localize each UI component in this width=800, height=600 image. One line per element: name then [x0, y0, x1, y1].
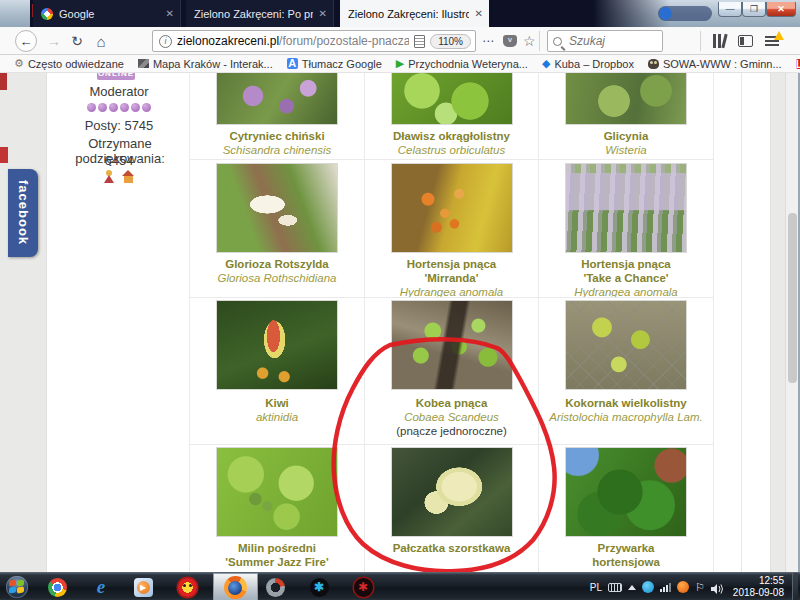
- close-window-button[interactable]: ✕: [766, 2, 796, 17]
- maximize-button[interactable]: ❐: [742, 2, 766, 17]
- chrome-taskbar-icon[interactable]: [44, 576, 70, 598]
- plant-name-link[interactable]: Kiwi: [190, 396, 364, 410]
- owl-icon: [648, 59, 659, 69]
- plant-photo[interactable]: [565, 163, 687, 253]
- tab-zielono-2-active[interactable]: Zielono Zakręceni: Ilustrowany spis ✕: [340, 0, 489, 27]
- zoom-level-indicator[interactable]: 110%: [430, 34, 471, 49]
- plant-name-link[interactable]: Hortensja pnąca: [539, 257, 713, 271]
- plant-photo[interactable]: [565, 300, 687, 390]
- start-button[interactable]: [4, 576, 30, 598]
- site-info-icon[interactable]: i: [159, 35, 172, 48]
- author-thanks-value: 6454: [51, 153, 187, 168]
- minimize-button[interactable]: —: [718, 2, 742, 17]
- plant-photo[interactable]: [391, 447, 513, 537]
- bookmark-tlumacz-google[interactable]: ATłumacz Google: [287, 58, 382, 70]
- back-button[interactable]: ←: [12, 27, 40, 55]
- plant-name-link[interactable]: 'Summer Jazz Fire': [190, 555, 364, 569]
- forward-button[interactable]: →: [43, 27, 65, 55]
- tab-close-icon[interactable]: ✕: [166, 8, 174, 19]
- plant-photo[interactable]: [391, 73, 513, 125]
- plant-name-link[interactable]: Hortensja pnąca: [365, 257, 538, 271]
- page-actions-icon[interactable]: ⋯: [482, 27, 495, 55]
- bookmark-lekinfo[interactable]: LEKPielęgniarki - LekInfo2...: [796, 58, 800, 70]
- plant-photo[interactable]: [565, 73, 687, 125]
- plant-photo[interactable]: [565, 447, 687, 537]
- internet-explorer-taskbar-icon[interactable]: e: [88, 576, 114, 598]
- tab-close-icon[interactable]: ✕: [475, 8, 483, 19]
- plant-name-link[interactable]: Dławisz okrągłolistny: [365, 129, 538, 143]
- tab-close-icon[interactable]: ✕: [319, 8, 327, 19]
- pocket-icon[interactable]: v: [503, 35, 517, 47]
- facebook-side-badge[interactable]: facebook: [8, 169, 38, 257]
- plant-photo[interactable]: [391, 163, 513, 253]
- sidebar-toggle-icon[interactable]: [738, 35, 753, 47]
- back-icon: ←: [15, 30, 37, 52]
- gg-messenger-taskbar-icon[interactable]: ✱: [306, 576, 332, 598]
- green-play-icon: ▶: [396, 58, 404, 69]
- clock[interactable]: 12:55 2018-09-08: [733, 575, 784, 599]
- plant-cell-hortensja-take-a-chance: Hortensja pnąca'Take a Chance'Hydrangea …: [539, 160, 714, 298]
- search-bar[interactable]: [547, 30, 663, 52]
- tab-zielono-1[interactable]: Zielono Zakręceni: Po przejściach w ✕: [186, 0, 334, 27]
- plant-note: (pnącze jednoroczne): [365, 424, 538, 438]
- bookmark-przychodnia[interactable]: ▶Przychodnia Weteryna...: [396, 58, 528, 70]
- plant-photo[interactable]: [391, 300, 513, 390]
- taskbar: e ▶ ✱ ✱ PL ⚐ 12:55 2018-09-08: [0, 572, 800, 600]
- avast-tray-icon[interactable]: [677, 581, 689, 593]
- reader-mode-icon[interactable]: [414, 35, 425, 48]
- bookmark-dropbox[interactable]: ◆Kuba – Dropbox: [542, 58, 634, 70]
- red-sun-app-taskbar-icon[interactable]: [174, 576, 200, 598]
- map-icon: [138, 59, 149, 68]
- plant-name-link[interactable]: 'Take a Chance': [539, 271, 713, 285]
- plant-name-link[interactable]: Przywarka: [539, 541, 713, 555]
- search-icon: [553, 37, 562, 46]
- facebook-label: facebook: [16, 180, 31, 245]
- volume-icon[interactable]: [711, 581, 724, 593]
- plant-name-link[interactable]: Pałczatka szorstkawa: [365, 541, 538, 555]
- system-tray: PL ⚐ 12:55 2018-09-08: [590, 573, 798, 600]
- home-button[interactable]: ⌂: [90, 27, 112, 55]
- bookmark-star-icon[interactable]: ☆: [523, 27, 536, 55]
- home-location-icon[interactable]: [122, 170, 135, 183]
- tab-google[interactable]: Google ✕: [33, 0, 181, 27]
- library-icon[interactable]: [712, 34, 728, 48]
- network-signal-icon[interactable]: [660, 582, 671, 592]
- online-status-badge: ONLINE: [97, 73, 135, 80]
- page-scrollbar[interactable]: [785, 73, 798, 572]
- plant-name-link[interactable]: Cytryniec chiński: [190, 129, 364, 143]
- plant-cell-kobea: Kobea pnącaCobaea Scandeus(pnącze jednor…: [365, 298, 539, 445]
- plant-photo[interactable]: [216, 300, 338, 390]
- plant-name-link[interactable]: Glorioza Rotszylda: [190, 257, 364, 271]
- gg-tray-icon[interactable]: [642, 581, 654, 593]
- bookmark-mapa-krakow[interactable]: Mapa Kraków - Interak...: [138, 58, 273, 70]
- pie-app-taskbar-icon[interactable]: [262, 576, 288, 598]
- url-bar[interactable]: i zielonozakreceni.pl /forum/pozostale-p…: [152, 30, 476, 52]
- plant-name-link[interactable]: hortensjowa: [539, 555, 713, 569]
- plant-name-link[interactable]: Kokornak wielkolistny: [539, 396, 713, 410]
- plant-photo[interactable]: [216, 73, 338, 125]
- plant-name-link[interactable]: Kobea pnąca: [365, 396, 538, 410]
- toolbar-separator: [700, 31, 701, 51]
- red-circle-app-taskbar-icon[interactable]: ✱: [350, 576, 376, 598]
- reload-button[interactable]: ↻: [66, 27, 88, 55]
- bookmark-sowa[interactable]: SOWA-WWW : Gminn...: [648, 58, 782, 70]
- keyboard-icon[interactable]: [608, 583, 622, 592]
- show-desktop-button[interactable]: [792, 573, 798, 600]
- media-player-taskbar-icon[interactable]: ▶: [130, 576, 156, 598]
- translate-icon: A: [287, 58, 298, 69]
- language-indicator[interactable]: PL: [590, 582, 602, 593]
- action-center-flag-icon[interactable]: ⚐: [695, 581, 705, 594]
- url-host: zielonozakreceni.pl: [177, 34, 279, 48]
- plant-cell-milin: Milin pośredni'Summer Jazz Fire': [190, 445, 365, 572]
- tab-title: Zielono Zakręceni: Ilustrowany spis: [348, 8, 469, 20]
- plant-photo[interactable]: [216, 447, 338, 537]
- scrollbar-thumb[interactable]: [788, 213, 797, 383]
- plant-name-link[interactable]: Glicynia: [539, 129, 713, 143]
- plant-name-link[interactable]: 'Mirranda': [365, 271, 538, 285]
- plant-photo[interactable]: [216, 163, 338, 253]
- show-hidden-icons[interactable]: [628, 585, 636, 590]
- firefox-taskbar-button-active[interactable]: [213, 573, 258, 600]
- search-input[interactable]: [567, 33, 657, 49]
- bookmark-often-visited[interactable]: ⚙Często odwiedzane: [14, 58, 124, 70]
- plant-name-link[interactable]: Milin pośredni: [190, 541, 364, 555]
